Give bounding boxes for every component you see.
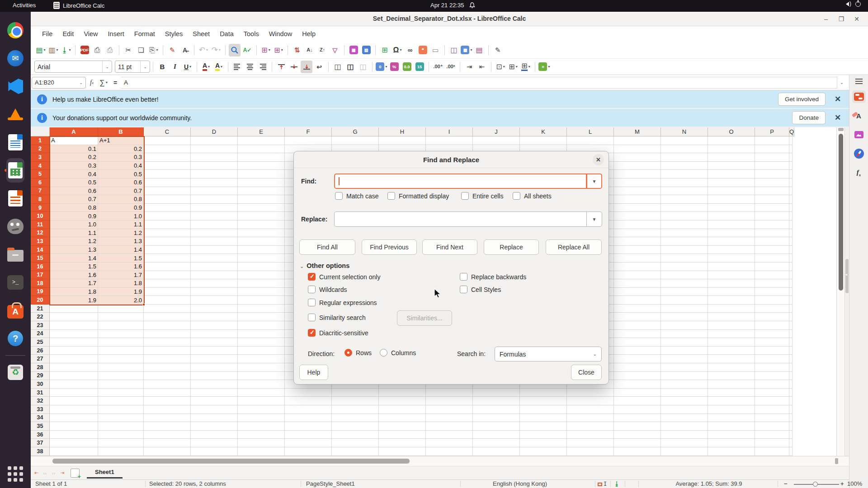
row-header-16[interactable]: 16 [31,263,50,271]
sort-icon[interactable]: ⇅ [291,44,303,56]
cell-P19[interactable] [755,288,789,296]
spelling-icon[interactable]: A✓ [241,44,253,56]
cell-B7[interactable]: 0.7 [98,187,144,196]
cell-B19[interactable]: 1.9 [98,288,144,296]
row-header-31[interactable]: 31 [31,389,50,397]
cell-O2[interactable] [708,145,755,154]
sheet-number-status[interactable]: Sheet 1 of 1 [35,480,67,487]
cell-O3[interactable] [708,153,755,162]
row-header-1[interactable]: 1 [31,136,50,145]
row-header-24[interactable]: 24 [31,330,50,338]
row-38[interactable]: 38 [31,447,836,456]
cell-D22[interactable] [191,313,238,321]
cell-H32[interactable] [379,397,426,405]
cell-N3[interactable] [661,153,708,162]
row-31[interactable]: 31 [31,389,836,397]
chevron-down-icon[interactable]: ⌄ [140,61,147,72]
cell-Q20[interactable] [789,296,793,305]
cell-D10[interactable] [191,212,238,221]
cell-O29[interactable] [708,372,755,380]
cell-Q36[interactable] [789,431,793,439]
previous-sheet-icon[interactable]: ‹‹ [41,470,49,476]
cell-D12[interactable] [191,229,238,238]
cell-M6[interactable] [614,178,661,187]
cell-E4[interactable] [238,162,285,170]
cell-E19[interactable] [238,288,285,296]
document-modified-icon[interactable]: ⭳ [614,480,620,487]
row-header-13[interactable]: 13 [31,237,50,246]
cell-P34[interactable] [755,414,789,422]
cell-O23[interactable] [708,321,755,330]
cell-N21[interactable] [661,305,708,313]
cell-E24[interactable] [238,330,285,338]
expand-formula-bar-icon[interactable]: ⌄ [837,80,846,85]
cell-L35[interactable] [567,422,614,431]
cell-L32[interactable] [567,397,614,405]
cell-F38[interactable] [285,447,332,456]
open-icon[interactable]: ▥▾ [47,44,59,56]
cell-I31[interactable] [426,389,473,397]
sheet-tab-sheet1[interactable]: Sheet1 [87,467,123,479]
cell-P16[interactable] [755,263,789,271]
font-color-icon[interactable]: A▾ [200,61,212,73]
cell-A14[interactable]: 1.3 [50,246,98,254]
row-header-3[interactable]: 3 [31,153,50,162]
help-button[interactable]: Help [299,365,328,380]
cell-H37[interactable] [379,439,426,447]
show-draw-functions-icon[interactable]: ✎ [492,44,504,56]
cell-Q25[interactable] [789,338,793,347]
cell-A28[interactable] [50,363,98,372]
cell-A18[interactable]: 1.7 [50,279,98,288]
cell-M21[interactable] [614,305,661,313]
cell-N6[interactable] [661,178,708,187]
cell-D15[interactable] [191,254,238,263]
find-input[interactable] [334,174,587,189]
cell-M5[interactable] [614,170,661,178]
cell-B38[interactable] [98,447,144,456]
cell-A7[interactable]: 0.6 [50,187,98,196]
cell-E36[interactable] [238,431,285,439]
print-preview-icon[interactable]: ⎙ [104,44,116,56]
cell-Q23[interactable] [789,321,793,330]
cell-N38[interactable] [661,447,708,456]
cell-P5[interactable] [755,170,789,178]
row-header-5[interactable]: 5 [31,170,50,178]
cell-P26[interactable] [755,347,789,355]
cell-O26[interactable] [708,347,755,355]
topbar-app-name[interactable]: LibreOffice Calc [53,2,104,9]
cell-A11[interactable]: 1.0 [50,221,98,229]
cell-L38[interactable] [567,447,614,456]
cell-Q14[interactable] [789,246,793,254]
sort-descending-icon[interactable]: Z↑ [316,44,328,56]
cell-O20[interactable] [708,296,755,305]
cell-B33[interactable] [98,405,144,414]
find-dropdown-icon[interactable]: ▼ [586,174,602,189]
cell-C18[interactable] [144,279,191,288]
cell-Q8[interactable] [789,195,793,204]
align-bottom-icon[interactable] [301,61,312,73]
cell-C30[interactable] [144,380,191,389]
cut-icon[interactable]: ✂ [123,44,134,56]
cell-E6[interactable] [238,178,285,187]
cell-E17[interactable] [238,271,285,280]
cell-B28[interactable] [98,363,144,372]
cell-E27[interactable] [238,355,285,363]
cell-O18[interactable] [708,279,755,288]
cell-B4[interactable]: 0.4 [98,162,144,170]
highlight-color-icon[interactable]: A▾ [213,61,225,73]
cell-C24[interactable] [144,330,191,338]
cell-P37[interactable] [755,439,789,447]
cell-D19[interactable] [191,288,238,296]
column-header-A[interactable]: A [50,127,98,136]
power-icon[interactable] [855,1,861,7]
column-header-J[interactable]: J [473,127,520,136]
cell-P38[interactable] [755,447,789,456]
clone-formatting-icon[interactable]: ✎ [166,44,178,56]
cell-N34[interactable] [661,414,708,422]
cell-O11[interactable] [708,221,755,229]
vertical-split-handle[interactable] [838,128,844,131]
cell-C22[interactable] [144,313,191,321]
cell-A19[interactable]: 1.8 [50,288,98,296]
minimize-button[interactable]: – [821,14,831,24]
cell-N7[interactable] [661,187,708,196]
